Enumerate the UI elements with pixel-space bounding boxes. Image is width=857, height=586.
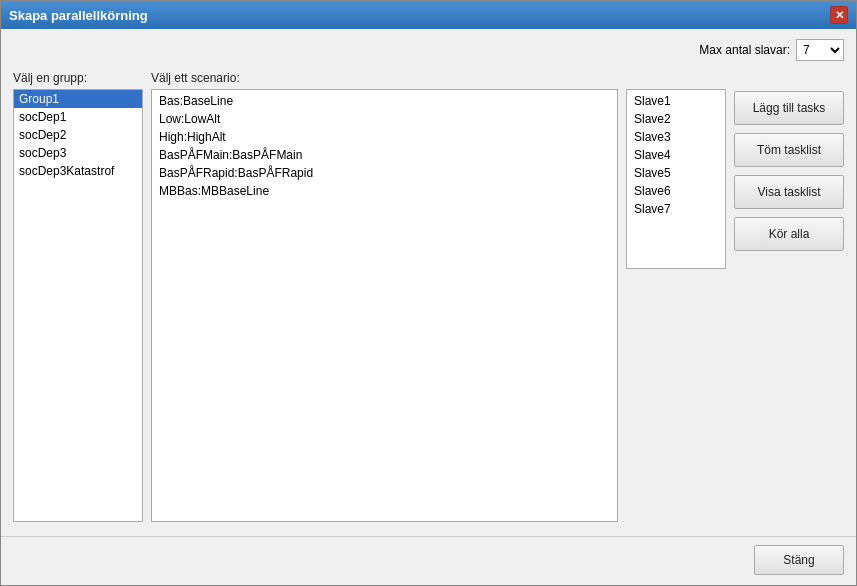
slaves-label bbox=[626, 71, 726, 85]
scenario-list-item[interactable]: High:HighAlt bbox=[154, 128, 615, 146]
slave-list-item[interactable]: Slave3 bbox=[629, 128, 723, 146]
lagg-till-tasks-button[interactable]: Lägg till tasks bbox=[734, 91, 844, 125]
slave-list-item[interactable]: Slave1 bbox=[629, 92, 723, 110]
slaves-list[interactable]: Slave1Slave2Slave3Slave4Slave5Slave6Slav… bbox=[626, 89, 726, 269]
dialog: Skapa parallellkörning ✕ Max antal slava… bbox=[0, 0, 857, 586]
slave-list-item[interactable]: Slave4 bbox=[629, 146, 723, 164]
content-area: Max antal slavar: 7 1 2 3 4 5 6 8 9 10 V… bbox=[1, 29, 856, 532]
visa-tasklist-button[interactable]: Visa tasklist bbox=[734, 175, 844, 209]
groups-label: Välj en grupp: bbox=[13, 71, 143, 85]
scenarios-panel: Välj ett scenario: Bas:BaseLineLow:LowAl… bbox=[151, 71, 618, 522]
main-area: Välj en grupp: Group1socDep1socDep2socDe… bbox=[13, 71, 844, 522]
scenario-list-item[interactable]: Low:LowAlt bbox=[154, 110, 615, 128]
kor-alla-button[interactable]: Kör alla bbox=[734, 217, 844, 251]
scenario-list-item[interactable]: Bas:BaseLine bbox=[154, 92, 615, 110]
title-bar: Skapa parallellkörning ✕ bbox=[1, 1, 856, 29]
slaves-panel: Slave1Slave2Slave3Slave4Slave5Slave6Slav… bbox=[626, 71, 726, 522]
group-list-item[interactable]: Group1 bbox=[14, 90, 142, 108]
close-button[interactable]: ✕ bbox=[830, 6, 848, 24]
bottom-bar: Stäng bbox=[1, 536, 856, 585]
slave-list-item[interactable]: Slave5 bbox=[629, 164, 723, 182]
tom-tasklist-button[interactable]: Töm tasklist bbox=[734, 133, 844, 167]
slave-list-item[interactable]: Slave2 bbox=[629, 110, 723, 128]
slave-list-item[interactable]: Slave6 bbox=[629, 182, 723, 200]
group-list-item[interactable]: socDep3 bbox=[14, 144, 142, 162]
group-list-item[interactable]: socDep1 bbox=[14, 108, 142, 126]
max-slaves-select[interactable]: 7 1 2 3 4 5 6 8 9 10 bbox=[796, 39, 844, 61]
scenarios-label: Välj ett scenario: bbox=[151, 71, 618, 85]
max-slaves-label: Max antal slavar: bbox=[699, 43, 790, 57]
scenarios-list[interactable]: Bas:BaseLineLow:LowAltHigh:HighAltBasPÅF… bbox=[151, 89, 618, 522]
dialog-title: Skapa parallellkörning bbox=[9, 8, 148, 23]
groups-panel: Välj en grupp: Group1socDep1socDep2socDe… bbox=[13, 71, 143, 522]
scenario-list-item[interactable]: BasPÅFMain:BasPÅFMain bbox=[154, 146, 615, 164]
group-list-item[interactable]: socDep2 bbox=[14, 126, 142, 144]
scenario-list-item[interactable]: MBBas:MBBaseLine bbox=[154, 182, 615, 200]
group-list-item[interactable]: socDep3Katastrof bbox=[14, 162, 142, 180]
top-bar: Max antal slavar: 7 1 2 3 4 5 6 8 9 10 bbox=[13, 39, 844, 61]
slave-list-item[interactable]: Slave7 bbox=[629, 200, 723, 218]
groups-list[interactable]: Group1socDep1socDep2socDep3socDep3Katast… bbox=[13, 89, 143, 522]
stang-button[interactable]: Stäng bbox=[754, 545, 844, 575]
scenario-list-item[interactable]: BasPÅFRapid:BasPÅFRapid bbox=[154, 164, 615, 182]
action-buttons: Lägg till tasks Töm tasklist Visa taskli… bbox=[734, 71, 844, 522]
